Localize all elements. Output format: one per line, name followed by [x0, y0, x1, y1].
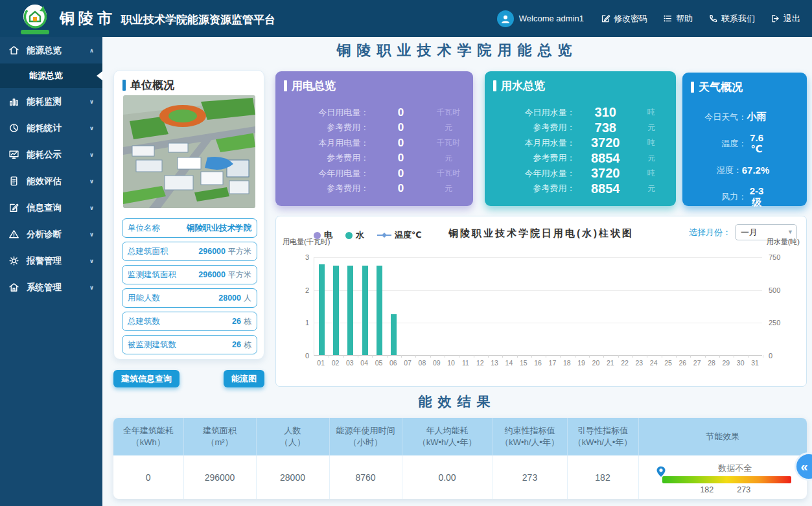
header-action-contact-us[interactable]: 联系我们: [708, 13, 755, 25]
water-row: 本月用水量：3720吨: [485, 135, 676, 151]
x-axis-tick: [560, 355, 561, 358]
x-axis-tick: [445, 355, 445, 358]
legend-item-温度℃[interactable]: 温度℃: [377, 229, 422, 241]
water-row-unit: 元: [636, 183, 667, 194]
x-axis-label: 15: [516, 359, 531, 367]
sidebar-item-system-management[interactable]: 系统管理∨: [0, 274, 102, 301]
header-action-help[interactable]: 帮助: [663, 13, 693, 25]
table-header-cell: 全年建筑能耗（kWh）: [113, 418, 183, 455]
water-row: 今年用水量：3720吨: [485, 166, 676, 181]
title-bar-accent: [691, 82, 694, 93]
weather-row: 今日天气：小雨: [682, 104, 807, 130]
header-line1: 能源年使用时间: [330, 425, 402, 437]
left-axis-label: 用电量(千瓦时): [283, 237, 330, 247]
sidebar-item-label: 能耗监测: [27, 96, 62, 108]
line-marker-icon: [377, 232, 391, 238]
table-cell: 8760: [329, 455, 402, 499]
saving-effect-cell: 数据不全182273: [638, 455, 807, 499]
sidebar-item-analysis-diagnosis[interactable]: 分析诊断∨: [0, 221, 102, 247]
header-line1: 约束性指标值: [493, 425, 567, 437]
x-axis-label: 30: [734, 359, 748, 367]
unit-field-label: 监测建筑面积: [128, 270, 176, 281]
weather-row-value: 67.2%: [742, 165, 770, 176]
water-row-value: 8854: [575, 181, 636, 196]
water-row-label: 参考费用：: [494, 122, 575, 133]
saving-scale-high: 273: [737, 485, 750, 494]
x-axis-tick: [575, 355, 575, 358]
x-axis-label: 13: [487, 359, 502, 367]
x-axis-label: 22: [618, 359, 632, 367]
sidebar-item-energy-publicity[interactable]: 能耗公示∨: [0, 141, 102, 168]
water-row-label: 今年用水量：: [494, 168, 575, 179]
right-axis-tick: 0: [769, 352, 772, 360]
chevron-down-icon: ∨: [89, 205, 94, 211]
header-line2: （m²）: [184, 437, 256, 448]
sidebar-item-energy-monitoring[interactable]: 能耗监测∨: [0, 88, 102, 115]
sidebar-item-energy-overview[interactable]: 能源总览∧: [0, 37, 102, 63]
unit-card-title: 单位概况: [114, 71, 264, 93]
header-line2: （kW•h/人•年）: [402, 437, 493, 448]
electricity-row-value: 0: [369, 137, 433, 150]
weather-row-label: 今日天气：: [691, 111, 747, 123]
x-axis-tick: [372, 355, 373, 358]
sidebar-item-alarm-management[interactable]: 报警管理∨: [0, 247, 102, 274]
x-axis-label: 23: [632, 359, 646, 367]
topbar-right: Welcome admin1 修改密码帮助联系我们退出: [497, 10, 812, 27]
x-axis-tick: [763, 355, 763, 358]
table-header-row: 全年建筑能耗（kWh）建筑面积（m²）人数（人）能源年使用时间（小时）年人均能耗…: [113, 418, 807, 455]
x-axis-label: 26: [675, 359, 690, 367]
header-line2: （kW•h/人•年）: [568, 437, 638, 448]
water-row-value: 310: [575, 105, 636, 120]
table-cell: 28000: [256, 455, 329, 499]
x-axis-label: 29: [719, 359, 733, 367]
sidebar-subitem-energy-overview-sub[interactable]: 能源总览: [0, 63, 102, 88]
daily-usage-chart-card: 电水温度℃ 铜陵职业技术学院日用电(水)柱状图 选择月份： 一月 ▼ 用电量(千…: [275, 216, 807, 387]
x-axis-tick: [589, 355, 590, 358]
welcome-text: Welcome admin1: [519, 14, 584, 23]
table-header-cell: 建筑面积（m²）: [183, 418, 256, 455]
x-axis-tick: [676, 355, 677, 358]
water-row-unit: 元: [636, 153, 667, 164]
header-actions: 修改密码帮助联系我们退出: [601, 13, 800, 25]
weather-row: 湿度：67.2%: [682, 157, 807, 183]
x-axis-tick: [618, 355, 619, 358]
unit-field-label: 被监测建筑数: [128, 339, 176, 351]
x-axis-label: 05: [371, 359, 386, 367]
sidebar-item-efficiency-evaluation[interactable]: 能效评估∨: [0, 168, 102, 194]
water-row-value: 8854: [575, 151, 636, 166]
energy-flow-chart-button[interactable]: 能流图: [224, 370, 264, 387]
water-row-label: 本月用水量：: [494, 137, 575, 149]
x-axis-label: 24: [647, 359, 661, 367]
left-axis-tick: 3: [305, 253, 309, 261]
app-title-rest: 职业技术学院能源资源监管平台: [121, 12, 275, 27]
x-axis-label: 01: [314, 359, 328, 367]
sidebar-item-info-query[interactable]: 信息查询∨: [0, 194, 102, 221]
header-action-change-password[interactable]: 修改密码: [601, 13, 647, 25]
weather-row-value: 小雨: [747, 111, 767, 123]
chevron-down-icon: ∨: [89, 231, 94, 238]
electricity-row-unit: 元: [433, 153, 464, 164]
header-action-logout[interactable]: 退出: [771, 13, 800, 25]
x-axis-label: 04: [357, 359, 371, 367]
chevron-down-icon: ∨: [89, 98, 94, 105]
electricity-row-value: 0: [369, 106, 433, 119]
x-axis-tick: [719, 355, 720, 358]
water-row-value: 3720: [575, 166, 636, 181]
electricity-card-title: 用电总览: [275, 71, 473, 93]
x-axis-tick: [401, 355, 402, 358]
x-axis-label: 25: [661, 359, 675, 367]
legend-item-水[interactable]: 水: [345, 229, 364, 241]
weather-rows: 今日天气：小雨温度：7.6 ℃湿度：67.2%风力：2-3级: [682, 104, 807, 210]
sidebar-item-energy-statistics[interactable]: 能耗统计∨: [0, 115, 102, 141]
unit-field: 总建筑面积296000平方米: [122, 242, 257, 261]
electricity-row-unit: 元: [433, 122, 464, 133]
unit-field-label: 总建筑面积: [128, 246, 168, 257]
home2-icon: [8, 282, 19, 293]
x-axis-tick: [387, 355, 388, 358]
chevron-down-icon: ∨: [89, 178, 94, 185]
efficiency-table: 全年建筑能耗（kWh）建筑面积（m²）人数（人）能源年使用时间（小时）年人均能耗…: [113, 418, 807, 499]
building-info-query-button[interactable]: 建筑信息查询: [113, 370, 180, 387]
water-row: 参考费用：8854元: [485, 181, 676, 197]
x-axis-label: 14: [502, 359, 516, 367]
unit-field-unit: 平方米: [228, 270, 251, 281]
